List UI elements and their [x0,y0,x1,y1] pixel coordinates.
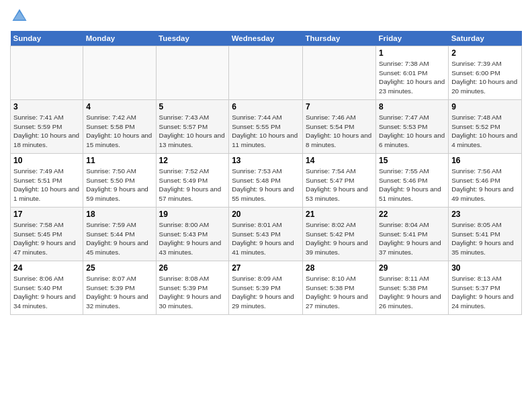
day-info: Sunrise: 7:38 AM Sunset: 6:01 PM Dayligh… [379,59,445,96]
calendar-week-row: 1Sunrise: 7:38 AM Sunset: 6:01 PM Daylig… [11,46,522,100]
day-info: Sunrise: 7:50 AM Sunset: 5:50 PM Dayligh… [86,167,152,203]
day-number: 16 [451,156,519,165]
day-info: Sunrise: 8:02 AM Sunset: 5:42 PM Dayligh… [306,220,373,257]
day-number: 5 [159,102,226,111]
calendar-cell [303,46,376,100]
calendar-header-row: SundayMondayTuesdayWednesdayThursdayFrid… [11,31,522,46]
calendar-cell [83,46,156,100]
day-number: 7 [306,102,373,111]
calendar-cell: 23Sunrise: 8:05 AM Sunset: 5:41 PM Dayli… [449,208,522,261]
day-number: 15 [379,156,445,165]
day-number: 18 [86,210,152,219]
calendar-cell: 20Sunrise: 8:01 AM Sunset: 5:43 PM Dayli… [229,208,303,261]
calendar-cell: 21Sunrise: 8:02 AM Sunset: 5:42 PM Dayli… [303,208,376,261]
calendar-cell: 16Sunrise: 7:56 AM Sunset: 5:46 PM Dayli… [449,154,522,208]
day-info: Sunrise: 7:56 AM Sunset: 5:46 PM Dayligh… [451,167,519,203]
calendar-cell: 25Sunrise: 8:07 AM Sunset: 5:39 PM Dayli… [83,261,156,315]
day-info: Sunrise: 7:42 AM Sunset: 5:58 PM Dayligh… [86,113,152,150]
calendar-cell: 12Sunrise: 7:52 AM Sunset: 5:49 PM Dayli… [156,154,229,208]
day-info: Sunrise: 8:11 AM Sunset: 5:38 PM Dayligh… [379,274,445,311]
day-number: 4 [86,102,152,111]
day-number: 10 [13,156,80,165]
day-number: 20 [232,210,300,219]
day-info: Sunrise: 8:06 AM Sunset: 5:40 PM Dayligh… [13,274,80,311]
header-thursday: Thursday [303,31,376,46]
day-number: 13 [232,156,300,165]
header-saturday: Saturday [449,31,522,46]
day-number: 17 [13,210,80,219]
calendar-cell: 2Sunrise: 7:39 AM Sunset: 6:00 PM Daylig… [449,46,522,100]
day-number: 2 [451,48,519,58]
calendar-cell: 27Sunrise: 8:09 AM Sunset: 5:39 PM Dayli… [229,261,303,315]
day-info: Sunrise: 7:44 AM Sunset: 5:55 PM Dayligh… [232,113,300,150]
calendar-cell: 5Sunrise: 7:43 AM Sunset: 5:57 PM Daylig… [156,100,229,154]
day-info: Sunrise: 7:47 AM Sunset: 5:53 PM Dayligh… [379,113,445,150]
day-info: Sunrise: 7:48 AM Sunset: 5:52 PM Dayligh… [451,113,519,150]
calendar-cell: 30Sunrise: 8:13 AM Sunset: 5:37 PM Dayli… [449,261,522,315]
calendar-cell: 11Sunrise: 7:50 AM Sunset: 5:50 PM Dayli… [83,154,156,208]
day-info: Sunrise: 8:10 AM Sunset: 5:38 PM Dayligh… [306,274,373,311]
day-number: 27 [232,263,300,273]
day-number: 22 [379,210,445,219]
day-number: 11 [86,156,152,165]
calendar-cell: 6Sunrise: 7:44 AM Sunset: 5:55 PM Daylig… [229,100,303,154]
day-info: Sunrise: 7:39 AM Sunset: 6:00 PM Dayligh… [451,59,519,96]
day-info: Sunrise: 8:13 AM Sunset: 5:37 PM Dayligh… [451,274,519,311]
calendar-cell: 1Sunrise: 7:38 AM Sunset: 6:01 PM Daylig… [376,46,449,100]
day-info: Sunrise: 8:08 AM Sunset: 5:39 PM Dayligh… [159,274,226,311]
calendar-cell: 8Sunrise: 7:47 AM Sunset: 5:53 PM Daylig… [376,100,449,154]
calendar-cell: 26Sunrise: 8:08 AM Sunset: 5:39 PM Dayli… [156,261,229,315]
header-wednesday: Wednesday [229,31,303,46]
calendar-cell: 4Sunrise: 7:42 AM Sunset: 5:58 PM Daylig… [83,100,156,154]
day-info: Sunrise: 8:00 AM Sunset: 5:43 PM Dayligh… [159,220,226,257]
day-number: 23 [451,210,519,219]
calendar-cell [156,46,229,100]
day-info: Sunrise: 7:43 AM Sunset: 5:57 PM Dayligh… [159,113,226,150]
calendar-cell: 15Sunrise: 7:55 AM Sunset: 5:46 PM Dayli… [376,154,449,208]
day-number: 9 [451,102,519,111]
calendar-week-row: 10Sunrise: 7:49 AM Sunset: 5:51 PM Dayli… [11,154,522,208]
calendar-week-row: 24Sunrise: 8:06 AM Sunset: 5:40 PM Dayli… [11,261,522,315]
day-info: Sunrise: 7:53 AM Sunset: 5:48 PM Dayligh… [232,167,300,203]
day-number: 14 [306,156,373,165]
day-info: Sunrise: 7:55 AM Sunset: 5:46 PM Dayligh… [379,167,445,203]
day-number: 21 [306,210,373,219]
day-info: Sunrise: 8:05 AM Sunset: 5:41 PM Dayligh… [451,220,519,257]
calendar-cell: 3Sunrise: 7:41 AM Sunset: 5:59 PM Daylig… [11,100,83,154]
day-info: Sunrise: 7:59 AM Sunset: 5:44 PM Dayligh… [86,220,152,257]
header-tuesday: Tuesday [156,31,229,46]
logo-icon [10,7,29,26]
logo [10,7,32,26]
calendar-cell: 29Sunrise: 8:11 AM Sunset: 5:38 PM Dayli… [376,261,449,315]
day-info: Sunrise: 7:49 AM Sunset: 5:51 PM Dayligh… [13,167,80,203]
day-info: Sunrise: 7:52 AM Sunset: 5:49 PM Dayligh… [159,167,226,203]
day-number: 19 [159,210,226,219]
calendar-cell: 10Sunrise: 7:49 AM Sunset: 5:51 PM Dayli… [11,154,83,208]
calendar-cell: 22Sunrise: 8:04 AM Sunset: 5:41 PM Dayli… [376,208,449,261]
day-info: Sunrise: 7:58 AM Sunset: 5:45 PM Dayligh… [13,220,80,257]
calendar-cell: 14Sunrise: 7:54 AM Sunset: 5:47 PM Dayli… [303,154,376,208]
day-info: Sunrise: 8:01 AM Sunset: 5:43 PM Dayligh… [232,220,300,257]
day-info: Sunrise: 7:41 AM Sunset: 5:59 PM Dayligh… [13,113,80,150]
day-number: 3 [13,102,80,111]
day-number: 25 [86,263,152,273]
day-info: Sunrise: 7:54 AM Sunset: 5:47 PM Dayligh… [306,167,373,203]
day-info: Sunrise: 8:09 AM Sunset: 5:39 PM Dayligh… [232,274,300,311]
calendar-cell: 28Sunrise: 8:10 AM Sunset: 5:38 PM Dayli… [303,261,376,315]
calendar-cell: 7Sunrise: 7:46 AM Sunset: 5:54 PM Daylig… [303,100,376,154]
calendar-cell [229,46,303,100]
page-container: SundayMondayTuesdayWednesdayThursdayFrid… [0,0,532,318]
day-info: Sunrise: 8:07 AM Sunset: 5:39 PM Dayligh… [86,274,152,311]
page-header [10,7,522,26]
calendar-cell: 19Sunrise: 8:00 AM Sunset: 5:43 PM Dayli… [156,208,229,261]
calendar-table: SundayMondayTuesdayWednesdayThursdayFrid… [10,31,522,315]
calendar-week-row: 3Sunrise: 7:41 AM Sunset: 5:59 PM Daylig… [11,100,522,154]
calendar-cell: 13Sunrise: 7:53 AM Sunset: 5:48 PM Dayli… [229,154,303,208]
day-number: 12 [159,156,226,165]
day-number: 30 [451,263,519,273]
calendar-cell [11,46,83,100]
calendar-cell: 24Sunrise: 8:06 AM Sunset: 5:40 PM Dayli… [11,261,83,315]
day-number: 26 [159,263,226,273]
header-sunday: Sunday [11,31,83,46]
calendar-cell: 18Sunrise: 7:59 AM Sunset: 5:44 PM Dayli… [83,208,156,261]
